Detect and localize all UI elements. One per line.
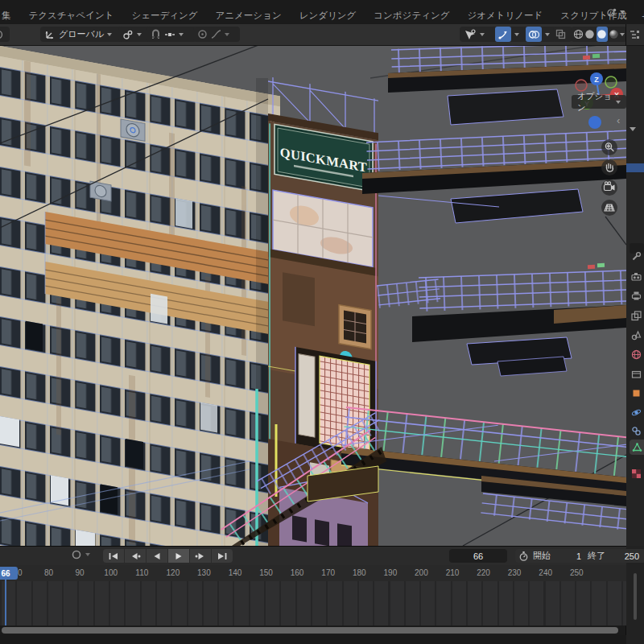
viewport-header: グローバル	[0, 24, 626, 46]
physics-orbit-icon	[631, 407, 642, 418]
transform-orientation-dropdown[interactable]: グローバル	[40, 27, 122, 42]
playhead-frame: 66	[1, 569, 10, 578]
workspace-tab-clipped[interactable]: 集	[0, 7, 20, 25]
proportional-circle-icon	[197, 29, 208, 39]
ruler-tick: 90	[76, 568, 85, 577]
gizmo-axis-neg-z[interactable]	[588, 116, 601, 129]
rendered-sphere-icon	[609, 29, 619, 39]
tool-icon	[631, 251, 642, 262]
playhead-line[interactable]	[5, 578, 6, 625]
ruler-tick: 120	[167, 568, 180, 577]
jump-to-end-button[interactable]	[212, 549, 233, 563]
gizmo-axis-neg-x[interactable]	[576, 80, 587, 91]
workspace-tab-texture-paint[interactable]: テクスチャペイント	[20, 7, 123, 25]
timeline-tracks[interactable]	[0, 581, 626, 625]
properties-tab-output[interactable]	[629, 288, 644, 303]
ruler-tick: 210	[446, 568, 460, 577]
outliner-selected-row[interactable]	[626, 163, 644, 172]
wireframe-sphere-icon	[573, 29, 584, 39]
ruler-tick: 250	[570, 568, 584, 577]
end-value: 250	[625, 551, 639, 561]
jump-to-start-button[interactable]	[103, 549, 124, 563]
snapping-controls[interactable]	[147, 27, 196, 42]
timeline-vertical-scrollbar[interactable]	[634, 573, 637, 620]
current-frame-value: 66	[473, 551, 483, 561]
chevron-down-icon	[107, 33, 112, 36]
pan-button[interactable]	[601, 159, 617, 175]
prev-keyframe-icon	[129, 551, 142, 561]
xray-toggle[interactable]	[553, 27, 572, 42]
texture-checker-icon	[631, 469, 642, 479]
previous-keyframe-button[interactable]	[125, 549, 146, 563]
shading-wireframe-button[interactable]	[573, 27, 584, 42]
zoom-button[interactable]	[601, 139, 617, 155]
shading-rendered-button[interactable]	[609, 27, 619, 42]
workspace-tab-rendering[interactable]: レンダリング	[291, 7, 365, 25]
chevron-down-icon	[514, 33, 519, 36]
properties-tab-physics[interactable]	[629, 405, 644, 420]
shading-material-button[interactable]	[597, 27, 608, 42]
ruler-tick: 110	[135, 568, 148, 577]
options-label: オプション	[577, 91, 613, 114]
viewport-3d[interactable]: QUICKMART	[0, 46, 626, 546]
frame-start-field[interactable]: 開始 1	[515, 549, 588, 563]
properties-tab-collection[interactable]	[629, 366, 644, 382]
properties-tab-texture[interactable]	[629, 466, 644, 481]
properties-tab-view-layer[interactable]	[629, 308, 644, 324]
collection-box-icon	[631, 369, 642, 379]
disclosure-triangle-icon[interactable]	[630, 127, 636, 131]
topbar: 集 テクスチャペイント シェーディング アニメーション レンダリング コンポジテ…	[0, 0, 644, 24]
workspace-tab-compositing[interactable]: コンポジティング	[365, 7, 458, 25]
properties-tab-scene[interactable]	[629, 328, 644, 343]
sidebar-toggle-arrow[interactable]: ‹	[617, 115, 620, 126]
orientation-axes-icon	[44, 29, 56, 40]
ruler-tick: 220	[477, 568, 490, 577]
ruler-tick: 150	[259, 568, 273, 577]
show-overlays-toggle[interactable]	[522, 27, 556, 42]
printer-icon	[631, 291, 642, 301]
playhead-badge[interactable]: 66	[0, 567, 18, 580]
auto-keying-controls[interactable]	[71, 549, 90, 560]
shading-solid-button[interactable]	[584, 27, 595, 42]
workspace-tab-animation[interactable]: アニメーション	[207, 7, 291, 25]
add-workspace-button[interactable]: +	[635, 9, 644, 23]
start-label: 開始	[533, 550, 551, 562]
next-keyframe-button[interactable]	[190, 549, 211, 563]
play-reverse-button[interactable]	[147, 549, 167, 563]
workspace-tabs: 集 テクスチャペイント シェーディング アニメーション レンダリング コンポジテ…	[0, 8, 644, 24]
end-label: 終了	[588, 550, 605, 562]
scene-selector[interactable]	[606, 7, 625, 17]
current-frame-field[interactable]: 66	[449, 549, 507, 563]
properties-tab-tool[interactable]	[629, 249, 644, 264]
properties-tab-constraints[interactable]	[629, 423, 644, 439]
visibility-eye-cursor-icon	[464, 29, 477, 40]
outliner-panel-edge	[626, 24, 644, 242]
play-button[interactable]	[168, 549, 189, 563]
brick-window	[339, 305, 371, 349]
properties-tab-world[interactable]	[629, 347, 644, 362]
next-keyframe-icon	[194, 551, 207, 561]
show-gizmos-toggle[interactable]	[492, 27, 526, 42]
proportional-editing-controls[interactable]	[193, 27, 240, 42]
gizmo-axis-neg-y[interactable]	[605, 76, 617, 88]
workspace-tab-geometry-nodes[interactable]: ジオメトリノード	[458, 7, 551, 25]
ruler-tick: 80	[44, 568, 53, 577]
timeline-horizontal-scrollbar[interactable]	[2, 627, 618, 634]
pivot-point-dropdown[interactable]	[118, 27, 151, 42]
chevron-down-icon	[620, 33, 625, 36]
properties-tab-object-data[interactable]	[630, 440, 644, 455]
viewport-scene: QUICKMART	[0, 46, 626, 546]
apartment-building	[0, 46, 280, 546]
options-dropdown[interactable]: オプション	[572, 95, 626, 109]
chevron-down-icon	[179, 33, 184, 36]
timeline-ruler[interactable]: 70 80 90 100 110 120 130 140 150 160 170…	[0, 565, 626, 581]
object-icon	[631, 388, 642, 398]
frame-end-field[interactable]: 終了 250	[581, 549, 644, 563]
properties-tab-object[interactable]	[629, 386, 644, 401]
workspace-tab-shading[interactable]: シェーディング	[122, 7, 206, 25]
xray-icon	[555, 29, 566, 39]
properties-tab-render[interactable]	[629, 269, 644, 284]
ruler-tick: 100	[104, 568, 118, 577]
ruler-tick: 190	[384, 568, 398, 577]
blender-window: 集 テクスチャペイント シェーディング アニメーション レンダリング コンポジテ…	[0, 0, 644, 644]
